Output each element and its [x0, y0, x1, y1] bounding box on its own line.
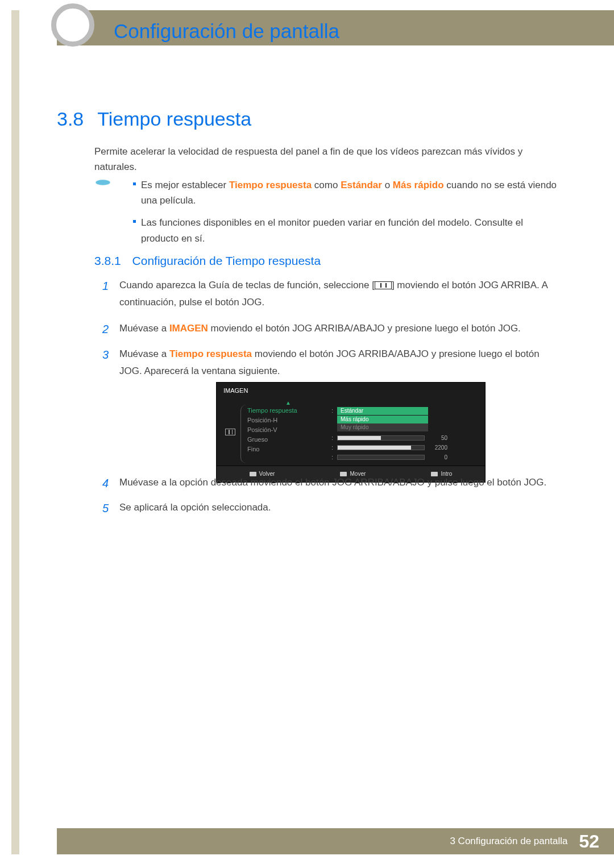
- note-icon: [94, 178, 111, 186]
- subsection-heading: 3.8.1 Configuración de Tiempo respuesta: [94, 254, 321, 268]
- subsection-number: 3.8.1: [94, 254, 121, 267]
- step-text: Se aplicará la opción seleccionada.: [119, 502, 271, 513]
- note-em: Más rápido: [393, 180, 444, 190]
- step-number: 4: [102, 474, 109, 493]
- osd-slider: [337, 455, 425, 460]
- step-item: 1 Cuando aparezca la Guía de teclas de f…: [102, 277, 557, 311]
- note-text: Las funciones disponibles en el monitor …: [141, 217, 523, 243]
- step-text: moviendo el botón JOG ARRIBA/ABAJO y pre…: [208, 323, 521, 334]
- osd-menu-item: Posición-H: [247, 416, 329, 425]
- step-text: Muévase a: [119, 348, 169, 359]
- osd-menu-item: Posición-V: [247, 425, 329, 435]
- step-text: Muévase a: [119, 323, 169, 334]
- osd-title: IMAGEN: [217, 383, 485, 398]
- osd-value: 2200: [430, 443, 447, 453]
- arrow-up-icon: ▲: [247, 400, 329, 406]
- osd-menu-item-selected: Tiempo respuesta: [247, 406, 329, 416]
- osd-menu-item: Fino: [247, 445, 329, 454]
- note-item: Es mejor establecer Tiempo respuesta com…: [133, 177, 557, 208]
- osd-left-icon-col: [217, 398, 244, 466]
- step-item: 4 Muévase a la opción deseada moviendo e…: [102, 474, 557, 491]
- page-title: Configuración de pantalla: [114, 20, 339, 43]
- osd-slider: [337, 435, 425, 441]
- left-decorative-stripe: [11, 10, 19, 854]
- step-em: Tiempo respuesta: [169, 348, 252, 359]
- osd-values: : Estándar Más rápido Muy rápido : 50 :: [329, 398, 485, 466]
- osd-menu-item: Grueso: [247, 435, 329, 445]
- chapter-circle-icon: [51, 3, 94, 47]
- step-text: Muévase a la opción deseada moviendo el …: [119, 477, 546, 488]
- osd-value: 50: [430, 433, 447, 443]
- note-block: Es mejor establecer Tiempo respuesta com…: [94, 177, 557, 253]
- subsection-title: Configuración de Tiempo respuesta: [132, 254, 321, 267]
- osd-menu: ▲ Tiempo respuesta Posición-H Posición-V…: [244, 398, 329, 466]
- osd-slider: [337, 445, 425, 450]
- section-heading: 3.8 Tiempo respuesta: [57, 108, 251, 130]
- osd-option: Muy rápido: [337, 423, 428, 431]
- step-number: 5: [102, 499, 109, 518]
- footer-chapter: 3 Configuración de pantalla: [450, 836, 567, 847]
- step-item: 2 Muévase a IMAGEN moviendo el botón JOG…: [102, 320, 557, 337]
- steps-list: 1 Cuando aparezca la Guía de teclas de f…: [102, 277, 557, 492]
- osd-screenshot: IMAGEN ▲ Tiempo respuesta Posición-H Pos…: [216, 382, 486, 483]
- osd-option: Más rápido: [337, 416, 428, 423]
- menu-button-icon: [375, 281, 392, 289]
- note-em: Tiempo respuesta: [229, 180, 312, 190]
- steps-list-continued: 4 Muévase a la opción deseada moviendo e…: [102, 474, 557, 524]
- section-number: 3.8: [57, 108, 84, 130]
- step-number: 2: [102, 319, 109, 339]
- step-text: Cuando aparezca la Guía de teclas de fun…: [119, 280, 375, 290]
- step-number: 1: [102, 276, 109, 296]
- note-text: como: [312, 180, 341, 190]
- step-item: 3 Muévase a Tiempo respuesta moviendo el…: [102, 346, 557, 482]
- footer-bar: 3 Configuración de pantalla 52: [57, 828, 614, 854]
- note-text: o: [382, 180, 393, 190]
- step-number: 3: [102, 345, 109, 365]
- note-text: Es mejor establecer: [141, 180, 229, 190]
- osd-option-selected: Estándar: [337, 407, 428, 415]
- step-item: 5 Se aplicará la opción seleccionada.: [102, 499, 557, 516]
- note-em: Estándar: [341, 180, 382, 190]
- step-em: IMAGEN: [169, 323, 208, 334]
- section-title: Tiempo respuesta: [97, 108, 251, 130]
- note-item: Las funciones disponibles en el monitor …: [133, 215, 557, 246]
- menu-button-icon: [225, 429, 235, 435]
- osd-value: 0: [430, 452, 447, 463]
- section-intro: Permite acelerar la velocidad de respues…: [94, 144, 557, 175]
- footer-page-number: 52: [579, 831, 599, 852]
